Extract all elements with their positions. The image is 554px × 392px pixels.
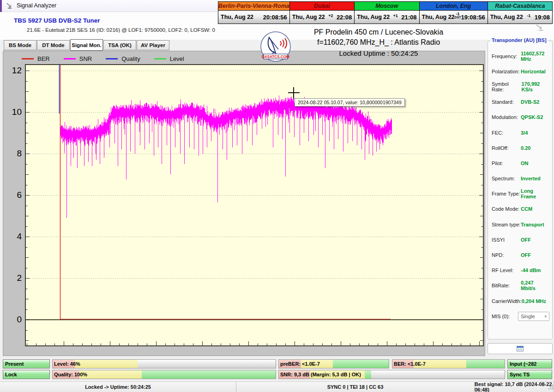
field-value: 0,247 Mbit/s <box>521 280 549 291</box>
window-title: Signal Analyzer <box>17 2 56 9</box>
clock-utc-offset: -1DST <box>455 12 461 19</box>
crosshair-cursor <box>288 87 300 99</box>
field-value: Horizontal <box>521 69 549 74</box>
resize-grip-icon[interactable] <box>548 383 554 392</box>
window-edge-accent <box>0 0 2 12</box>
status-sync-counters: SYNC 0 | TEI 18 | CC 63 <box>236 382 475 392</box>
meter-label: preBER: <1.0E-7 <box>280 360 320 368</box>
tab-av-player[interactable]: AV Player <box>137 40 169 50</box>
legend-label: BER <box>37 55 50 62</box>
field-label: RF Level: <box>492 267 513 273</box>
meter-segment-green <box>333 360 389 368</box>
present-indicator: Present <box>3 359 50 368</box>
clock-date: Thu, Aug 22 <box>221 14 253 20</box>
field-label: ISSYI <box>492 237 505 243</box>
meter-label: BER: <1.0E-7 <box>394 360 426 368</box>
clock-city-label: Moscow <box>355 2 419 11</box>
clock-time: 20:08:56 <box>263 14 287 21</box>
field-label: Code Mode: <box>492 206 519 212</box>
y-axis-label-2: 2 <box>4 273 22 283</box>
field-value: 170,992 KS/s <box>521 81 549 92</box>
lock-indicator: Lock <box>3 370 50 379</box>
clock-utc-offset: -1 <box>527 14 530 18</box>
signal-history-chart[interactable] <box>25 64 484 346</box>
chart-tooltip: 2024-08-22 05.10.07, value: 10,800000190… <box>295 98 405 107</box>
meter-segment-track <box>371 370 505 379</box>
clock-utc-offset: +2 <box>328 14 333 18</box>
tuner-name: TBS 5927 USB DVB-S2 Tuner <box>14 17 100 24</box>
clock-time: 19:08:56 <box>461 14 485 21</box>
legend-label: SNR <box>79 55 92 62</box>
clock-date: Thu, Aug 22 <box>357 14 390 20</box>
field-value: OFF <box>521 252 549 258</box>
clock-berlin-paris-vienna-roma: Berlin-Paris-Vienna-RomaThu, Aug 2220:08… <box>218 1 290 24</box>
field-value: 11602,572 MHz <box>521 51 549 62</box>
transponder-row-frequency: Frequency:11602,572 MHz <box>492 48 549 64</box>
snr-meter: SNR: 9,3 dB (Margin: 5,3 dB | OK) <box>278 370 505 379</box>
field-value: Transport <box>521 222 549 227</box>
clock-city-label: Dubai <box>290 2 354 11</box>
frequency-service-title: f=11602,760 MHz_H_ : Atlantis Radio <box>286 38 471 47</box>
dxsatcs-logo: DXSATCS.COM <box>260 31 291 64</box>
tab-signal-mon-[interactable]: Signal Mon. <box>70 39 103 51</box>
status-bar: Locked -> Uptime: 50:24:25 SYNC 0 | TEI … <box>0 381 554 392</box>
field-value: 3/4 <box>521 130 549 136</box>
ber-meter: BER: <1.0E-7 <box>392 359 505 368</box>
clock-time-row: Thu, Aug 22+121:08 <box>355 11 419 24</box>
transponder-panel: Transponder (AU) [BS] Frequency:11602,57… <box>488 41 553 339</box>
meter-segment-green <box>466 360 505 368</box>
mis-dropdown[interactable]: Single▾ <box>518 312 549 321</box>
clock-time: 19:08 <box>535 14 550 21</box>
meter-segment-green <box>142 370 276 379</box>
legend-label: Quality <box>121 55 140 62</box>
meter-segment-green <box>365 370 372 379</box>
field-value: -44 dBm <box>521 267 549 273</box>
tab-bs-mode[interactable]: BS Mode <box>4 40 36 50</box>
field-label: CarrierWidth: <box>492 298 522 304</box>
clock-moscow: MoscowThu, Aug 22+121:08 <box>354 1 419 24</box>
tab-tsa-ok-[interactable]: TSA (OK) <box>103 40 136 50</box>
level-meter: Level: 46% <box>52 359 276 368</box>
clock-time-row: Thu, Aug 22+222:08 <box>290 11 354 24</box>
field-label: Symbol Rate: <box>492 81 521 92</box>
logo-text: DXSATCS.COM <box>262 55 289 59</box>
transponder-row-issyi: ISSYIOFF <box>492 232 549 247</box>
meter-label: SNR: 9,3 dB (Margin: 5,3 dB | OK) <box>280 370 361 379</box>
input-bitrate-indicator: Input (~282 Kbps) <box>507 359 552 368</box>
transponder-row-fec: FEC:3/4 <box>492 125 549 140</box>
field-label: RollOff: <box>492 145 508 151</box>
clock-city-label: Berlin-Paris-Vienna-Roma <box>218 2 289 11</box>
clock-time-row: Thu, Aug 22-119:08 <box>488 11 552 24</box>
y-axis-label-6: 6 <box>4 190 22 200</box>
transponder-row-npd: NPD:OFF <box>492 247 549 262</box>
clock-time: 21:08 <box>401 14 416 21</box>
legend-item-ber: BER <box>22 55 50 62</box>
legend-item-snr: SNR <box>64 55 92 62</box>
transponder-panel-title: Transponder (AU) [BS] <box>490 37 548 43</box>
transponder-row-code-mode: Code Mode:CCM <box>492 202 549 217</box>
transponder-row-spectrum: Spectrum:Inverted <box>492 171 549 186</box>
y-axis-label-8: 8 <box>4 148 22 159</box>
field-label: Frequency: <box>492 53 517 59</box>
antenna-location-title: PF Prodelin 450 cm / Lucenec-Slovakia <box>286 28 471 36</box>
y-axis-label-0: 0 <box>4 315 22 325</box>
legend-swatch <box>22 58 34 59</box>
clock-time-row: Thu, Aug 2220:08:56 <box>218 11 289 24</box>
field-label: NPD: <box>492 252 504 258</box>
transponder-row-carrierwidth: CarrierWidth:0,204 MHz <box>492 293 549 309</box>
meter-label: Quality: 100% <box>54 370 87 379</box>
field-label: Pilot: <box>492 160 503 166</box>
tab-dt-mode[interactable]: DT Mode <box>37 40 70 50</box>
field-value: QPSK-S2 <box>521 114 549 120</box>
chart-legend: BERSNRQualityLevel <box>22 53 198 64</box>
transponder-row-pilot: Pilot:ON <box>492 155 549 171</box>
y-axis-label-10: 10 <box>4 107 22 117</box>
status-best-signal: Best signal: 10,7 dB (2024-08-22 06:48) <box>475 382 554 392</box>
clock-time-row: Thu, Aug 22-1DST19:08:56 <box>420 11 488 24</box>
transponder-detail-button[interactable] <box>488 343 553 354</box>
field-value: CCM <box>521 206 549 212</box>
chevron-down-icon: ▾ <box>544 314 547 319</box>
field-label: Frame Type: <box>492 191 520 196</box>
field-value: OFF <box>521 237 549 243</box>
clock-date: Thu, Aug 22 <box>292 14 325 20</box>
